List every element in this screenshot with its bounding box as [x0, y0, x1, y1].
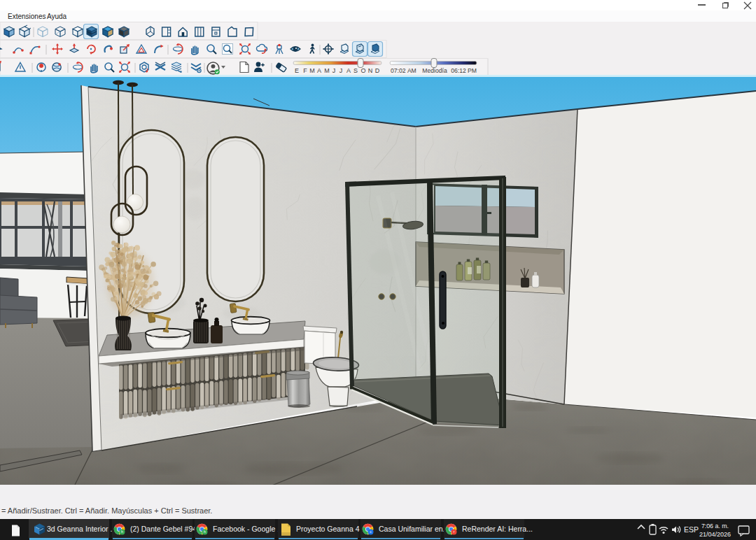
svg-text:S: S	[354, 67, 358, 74]
svg-text:E: E	[295, 67, 299, 74]
svg-text:M: M	[324, 67, 330, 74]
svg-text:h: h	[204, 530, 206, 534]
svg-text:Mediodía: Mediodía	[422, 67, 447, 74]
svg-text:21/04/2026: 21/04/2026	[699, 531, 731, 538]
svg-text:M: M	[309, 67, 315, 74]
svg-text:7:06 a. m.: 7:06 a. m.	[701, 523, 729, 530]
svg-text:D: D	[375, 67, 380, 74]
svg-text:07:02 AM: 07:02 AM	[391, 67, 416, 74]
svg-text:J: J	[340, 67, 343, 74]
svg-text:06:12 PM: 06:12 PM	[451, 67, 477, 74]
svg-text:N: N	[368, 67, 373, 74]
svg-text:J: J	[332, 67, 336, 74]
svg-text:O: O	[360, 67, 365, 74]
svg-text:ESP: ESP	[684, 525, 699, 534]
svg-text:A: A	[346, 67, 351, 74]
svg-text:A: A	[317, 67, 321, 74]
svg-text:F: F	[303, 67, 307, 74]
svg-text:h: h	[121, 530, 123, 534]
